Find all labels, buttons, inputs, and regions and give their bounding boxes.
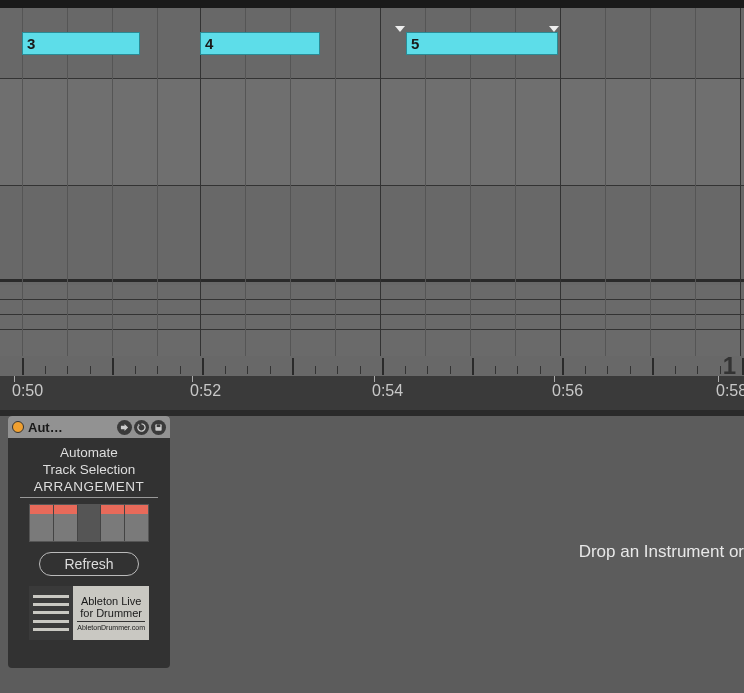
grid-line-major <box>380 8 381 360</box>
ruler-tick-minor <box>630 366 631 374</box>
ruler-tick-minor <box>45 366 46 374</box>
track-preview-graphic <box>29 504 149 542</box>
window-top-strip <box>0 0 744 8</box>
ruler-tick-major <box>652 358 654 375</box>
grid-line <box>425 8 426 360</box>
detail-view[interactable]: Aut… Automate Track Selection ARRANGEMEN… <box>0 416 744 693</box>
grid-line <box>335 8 336 360</box>
ruler-tick-minor <box>157 366 158 374</box>
ruler-tick-minor <box>360 366 361 374</box>
refresh-button[interactable]: Refresh <box>39 552 139 576</box>
ruler-time-label: 0:56 <box>552 382 583 400</box>
grid-line <box>290 8 291 360</box>
device-body: Automate Track Selection ARRANGEMENT Ref… <box>8 438 170 648</box>
ruler-time-label: 0:52 <box>190 382 221 400</box>
ruler-tick-major <box>562 358 564 375</box>
ruler-tick-major <box>22 358 24 375</box>
brand-bars-icon <box>29 586 73 640</box>
device-titlebar[interactable]: Aut… <box>8 416 170 438</box>
ruler-tick-major <box>292 358 294 375</box>
grid-line <box>22 8 23 360</box>
svg-rect-1 <box>157 424 161 427</box>
clip-5[interactable]: 5 <box>406 32 558 55</box>
ruler-tick-minor <box>225 366 226 374</box>
ruler-tick-minor <box>135 366 136 374</box>
clip-3[interactable]: 3 <box>22 32 140 55</box>
ruler-tick-minor <box>720 366 721 374</box>
brand-line-1: Ableton Live <box>77 595 145 607</box>
device-title: Aut… <box>28 420 113 435</box>
device-activator-icon[interactable] <box>12 421 24 433</box>
grid-line <box>67 8 68 360</box>
ruler-tick-major <box>472 358 474 375</box>
brand-line-3: AbletonDrummer.com <box>77 624 145 631</box>
ruler-tick-minor <box>585 366 586 374</box>
grid-line-major <box>740 8 741 360</box>
brand-badge: Ableton Live for Drummer AbletonDrummer.… <box>29 586 149 640</box>
grid-line <box>157 8 158 360</box>
grid-line <box>112 8 113 360</box>
ruler-tick-major <box>112 358 114 375</box>
device-label-line-2: Track Selection <box>16 461 162 478</box>
grid-line <box>650 8 651 360</box>
device-save-icon[interactable] <box>151 420 166 435</box>
ruler-tick-minor <box>450 366 451 374</box>
ruler-time-label: 0:58 <box>716 382 744 400</box>
time-ruler[interactable]: 1 0:500:520:540:560:58 <box>0 356 744 418</box>
ruler-tick-minor <box>607 366 608 374</box>
grid-line <box>605 8 606 360</box>
ruler-tick-minor <box>540 366 541 374</box>
ruler-tick-major <box>382 358 384 375</box>
ruler-tick-minor <box>247 366 248 374</box>
ruler-tick-minor <box>427 366 428 374</box>
ruler-tick-minor <box>675 366 676 374</box>
drop-hint-text: Drop an Instrument or <box>579 542 744 562</box>
clip-4[interactable]: 4 <box>200 32 320 55</box>
ruler-tick-minor <box>67 366 68 374</box>
ruler-time-label: 0:50 <box>12 382 43 400</box>
ruler-tick-minor <box>517 366 518 374</box>
ruler-tick-minor <box>270 366 271 374</box>
ruler-tick-major <box>202 358 204 375</box>
grid-line-major <box>560 8 561 360</box>
ruler-time-label: 0:54 <box>372 382 403 400</box>
grid-line <box>470 8 471 360</box>
max-device-panel: Aut… Automate Track Selection ARRANGEMEN… <box>8 416 170 668</box>
brand-line-2: for Drummer <box>77 607 145 622</box>
ruler-tick-minor <box>180 366 181 374</box>
ruler-tick-minor <box>315 366 316 374</box>
ruler-tick-minor <box>495 366 496 374</box>
ruler-tick-minor <box>405 366 406 374</box>
ruler-tick-minor <box>90 366 91 374</box>
grid-line <box>515 8 516 360</box>
device-refresh-icon[interactable] <box>134 420 149 435</box>
device-label-line-3: ARRANGEMENT <box>20 478 158 498</box>
arrangement-view[interactable]: 345 1 0:500:520:540:560:58 <box>0 8 744 410</box>
refresh-button-label: Refresh <box>64 556 113 572</box>
device-label-line-1: Automate <box>16 444 162 461</box>
ruler-tick-minor <box>337 366 338 374</box>
ruler-tick-minor <box>697 366 698 374</box>
grid-line-major <box>200 8 201 360</box>
grid-line <box>245 8 246 360</box>
device-fold-icon[interactable] <box>117 420 132 435</box>
locator-marker[interactable] <box>549 26 559 32</box>
grid-line <box>695 8 696 360</box>
locator-marker[interactable] <box>395 26 405 32</box>
